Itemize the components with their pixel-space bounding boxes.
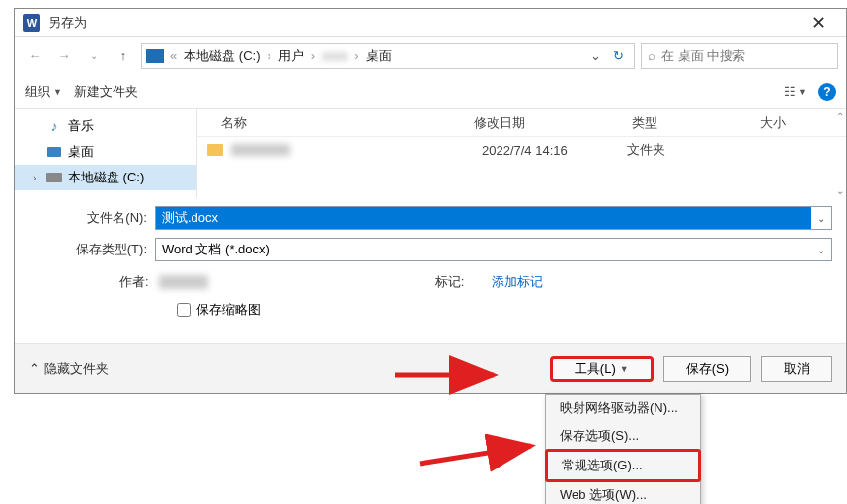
filetype-dropdown[interactable]: ⌄ [811,245,831,255]
filename-input-wrap: ⌄ [155,206,832,230]
recent-dropdown[interactable]: ⌄ [82,44,106,68]
sidebar-item-label: 音乐 [68,117,94,135]
help-button[interactable]: ? [818,83,836,101]
chevron-right-icon: › [309,48,317,63]
scroll-up-icon[interactable]: ⌃ [836,111,844,122]
cancel-button[interactable]: 取消 [761,356,832,382]
expand-icon[interactable]: › [33,173,36,183]
filename-input[interactable] [156,207,811,229]
file-type: 文件夹 [627,141,665,159]
form-area: 文件名(N): ⌄ 保存类型(T): ⌄ 作者: 标记: 添加标记 保存缩略图 [15,198,846,332]
metadata-row: 作者: 标记: 添加标记 [29,269,832,295]
filename-label: 文件名(N): [29,209,155,227]
save-thumbnail-label: 保存缩略图 [196,301,261,319]
filetype-combobox-wrap: ⌄ [155,238,832,261]
view-icon: ☷ [784,84,796,99]
background-explorer: passneo.cn 桌面 » 测试 » 测试 (2) 2022/8/9 [0,394,847,504]
drive-icon [46,170,62,185]
filename-row: 文件名(N): ⌄ [29,206,832,230]
chevron-right-icon: › [266,48,273,63]
address-bar[interactable]: « 本地磁盘 (C:) › 用户 › xxxx › 桌面 ⌄ ↻ [141,43,635,69]
chevron-right-icon: › [352,48,360,63]
up-button[interactable]: ↑ [112,44,135,68]
view-options-button[interactable]: ☷ ▼ [784,84,807,99]
sidebar-item-desktop[interactable]: 桌面 [15,139,196,165]
search-input[interactable] [661,48,831,63]
save-thumbnail-checkbox[interactable] [177,303,191,317]
dialog-title: 另存为 [48,14,799,32]
titlebar: W 另存为 ✕ [15,9,846,36]
folder-icon [207,144,223,156]
tools-button[interactable]: 工具(L) ▼ [550,356,654,382]
word-app-icon: W [23,14,40,32]
search-box[interactable]: ⌕ [641,43,838,69]
body: ♪ 音乐 桌面 › 本地磁盘 (C:) 名称 修改日期 类型 大小 [15,109,846,198]
breadcrumb-item[interactable]: 本地磁盘 (C:) [179,47,265,65]
breadcrumb-item[interactable]: 桌面 [361,47,397,65]
file-row[interactable]: 2022/7/4 14:16 文件夹 [197,137,846,163]
new-folder-button[interactable]: 新建文件夹 [74,83,138,101]
filetype-label: 保存类型(T): [29,241,155,258]
refresh-button[interactable]: ↻ [607,48,630,63]
file-list-header: 名称 修改日期 类型 大小 [197,109,846,137]
cancel-label: 取消 [784,360,809,378]
menu-item-general-options[interactable]: 常规选项(G)... [545,449,701,482]
chevron-right-icon[interactable]: « [168,48,179,63]
filename-dropdown[interactable]: ⌄ [811,213,831,224]
column-name[interactable]: 名称 [197,114,474,132]
drive-icon [146,49,164,63]
breadcrumb-item-blurred[interactable]: xxxx [317,48,352,63]
organize-button[interactable]: 组织 ▼ [25,83,62,101]
file-date: 2022/7/4 14:16 [482,143,568,158]
author-label: 作者: [119,273,149,291]
sidebar-item-label: 本地磁盘 (C:) [68,169,144,186]
add-tag-link[interactable]: 添加标记 [492,273,543,291]
navigation-bar: ← → ⌄ ↑ « 本地磁盘 (C:) › 用户 › xxxx › 桌面 ⌄ ↻… [15,36,846,74]
new-folder-label: 新建文件夹 [74,83,138,101]
column-type[interactable]: 类型 [632,114,760,132]
file-name-blurred [231,144,290,156]
tools-label: 工具(L) [575,360,616,378]
sidebar-item-label: 桌面 [68,143,94,161]
tag-label: 标记: [435,273,465,291]
address-dropdown[interactable]: ⌄ [584,48,607,63]
dialog-footer: ⌃ 隐藏文件夹 工具(L) ▼ 保存(S) 取消 [15,343,846,393]
search-icon: ⌕ [648,48,655,63]
back-button[interactable]: ← [23,44,46,68]
hide-folders-toggle[interactable]: ⌃ 隐藏文件夹 [29,360,109,378]
toolbar: 组织 ▼ 新建文件夹 ☷ ▼ ? [15,74,846,109]
column-size[interactable]: 大小 [760,114,819,132]
author-value-blurred[interactable] [159,275,208,289]
file-list: 名称 修改日期 类型 大小 2022/7/4 14:16 文件夹 ⌃ ⌄ [197,109,846,198]
filetype-combobox[interactable] [156,239,811,260]
filetype-row: 保存类型(T): ⌄ [29,238,832,261]
menu-item-save-options[interactable]: 保存选项(S)... [546,422,700,450]
desktop-icon [46,144,62,160]
breadcrumb-item[interactable]: 用户 [273,47,309,65]
hide-folders-label: 隐藏文件夹 [44,360,109,378]
forward-button[interactable]: → [52,44,76,68]
column-date[interactable]: 修改日期 [474,114,632,132]
close-button[interactable]: ✕ [799,9,838,36]
save-as-dialog: W 另存为 ✕ ← → ⌄ ↑ « 本地磁盘 (C:) › 用户 › xxxx … [14,8,847,394]
scroll-down-icon[interactable]: ⌄ [836,185,844,196]
thumbnail-row: 保存缩略图 [29,295,832,324]
menu-item-map-drive[interactable]: 映射网络驱动器(N)... [546,395,700,422]
music-icon: ♪ [46,118,62,134]
chevron-down-icon: ▼ [620,364,629,374]
tools-dropdown-menu: 映射网络驱动器(N)... 保存选项(S)... 常规选项(G)... Web … [545,394,701,504]
menu-item-web-options[interactable]: Web 选项(W)... [546,481,700,504]
sidebar-item-music[interactable]: ♪ 音乐 [15,113,196,139]
save-button[interactable]: 保存(S) [663,356,751,382]
chevron-down-icon: ▼ [53,87,62,97]
chevron-down-icon: ▼ [798,87,807,97]
sidebar-item-local-disk-c[interactable]: › 本地磁盘 (C:) [15,165,196,190]
save-label: 保存(S) [686,360,729,378]
chevron-up-icon: ⌃ [29,361,39,376]
organize-label: 组织 [25,83,50,101]
folder-tree: ♪ 音乐 桌面 › 本地磁盘 (C:) [15,109,197,198]
